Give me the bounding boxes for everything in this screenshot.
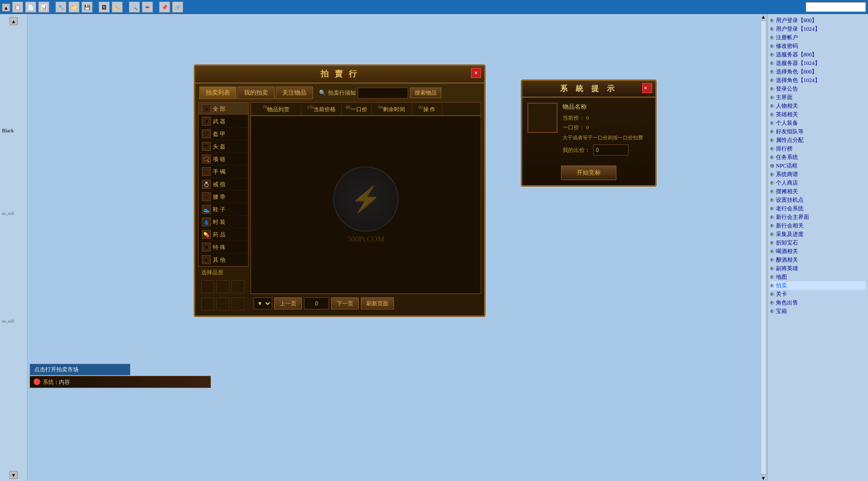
right-item-5[interactable]: ⊕ 选服务器【1024】 [770, 59, 866, 67]
right-item-27[interactable]: ⊕ 喝酒相关 [770, 247, 866, 256]
right-item-20[interactable]: ⊕ 摆摊相关 [770, 187, 866, 196]
right-item-34[interactable]: ⊕ 宝箱 [770, 307, 866, 315]
toolbar-icon-10[interactable]: ✏ [142, 2, 153, 13]
right-item-11[interactable]: ⊕ 英雄相关 [770, 110, 866, 119]
right-item-31[interactable]: ⊕ 拍卖 [770, 281, 866, 290]
open-auction-btn[interactable]: 点击打开拍卖市场 [30, 364, 130, 375]
quality-slot-4[interactable] [201, 297, 214, 310]
toolbar-icon-6[interactable]: 💾 [82, 2, 93, 13]
quality-slot-1[interactable] [201, 280, 214, 293]
quality-slot-6[interactable] [231, 297, 245, 310]
cat-item-9[interactable]: 👗时 装 [199, 216, 248, 228]
tab-auction-list[interactable]: 拍卖列表 [199, 87, 236, 99]
right-item-14[interactable]: ⊕ 属性点分配 [770, 136, 866, 144]
right-item-9[interactable]: ⊕ 主界面 [770, 93, 866, 102]
auction-search-input[interactable] [358, 88, 408, 99]
cat-item-11[interactable]: ★特 殊 [199, 241, 248, 254]
search-icon: 🔍 [319, 90, 326, 96]
quality-slot-3[interactable] [231, 280, 245, 293]
right-item-23[interactable]: ⊕ 新行会主界面 [770, 213, 866, 221]
cat-item-0[interactable]: ⚔全 部 [199, 103, 248, 115]
cat-item-6[interactable]: 💍戒 指 [199, 178, 248, 191]
right-item-8[interactable]: ⊕ 登录公告 [770, 85, 866, 93]
toolbar-icon-3[interactable]: 📊 [38, 2, 49, 13]
right-item-17[interactable]: ⊕ NPC话框 [770, 162, 866, 170]
cat-item-1[interactable]: 🗡武 器 [199, 115, 248, 128]
auction-watermark: ⚡ 500Pi.COM [333, 166, 399, 243]
auction-close-btn[interactable]: × [471, 68, 481, 78]
right-item-18[interactable]: ⊕ 系统商谱 [770, 170, 866, 179]
cat-item-10[interactable]: 💊药 品 [199, 228, 248, 241]
left-scroll-down[interactable]: ▼ [10, 471, 18, 479]
toolbar-icon-5[interactable]: 📁 [68, 2, 80, 13]
tab-my-auction[interactable]: 我的拍卖 [238, 87, 275, 99]
right-item-28[interactable]: ⊕ 酿酒相关 [770, 256, 866, 264]
toolbar-icon-4[interactable]: 🔧 [55, 2, 66, 13]
page-number-input[interactable] [304, 297, 329, 309]
toolbar-icon-7[interactable]: 🖼 [99, 2, 110, 13]
auction-search-btn[interactable]: 搜索物品 [410, 88, 441, 98]
scroll-down-arrow[interactable]: ▼ [761, 475, 766, 481]
right-item-2[interactable]: ⊕ 注册帐户 [770, 33, 866, 42]
right-item-12[interactable]: ⊕ 个人装备 [770, 119, 866, 127]
right-item-3[interactable]: ⊕ 修改密码 [770, 42, 866, 50]
right-item-19[interactable]: ⊕ 个人商店 [770, 179, 866, 187]
tab-follow-items[interactable]: 关注物品 [276, 87, 313, 99]
left-label-3: se_wil [1, 318, 26, 324]
right-item-16[interactable]: ⊕ 任务系统 [770, 153, 866, 162]
scroll-up-arrow[interactable]: ▲ [761, 14, 766, 20]
next-page-btn[interactable]: 下一页 [331, 297, 359, 309]
toolbar-icon-2[interactable]: 📄 [25, 2, 36, 13]
right-item-0[interactable]: ⊕ 用户登录【800】 [770, 16, 866, 25]
toolbar-icon-9[interactable]: 🔍 [129, 2, 140, 13]
search-input[interactable] [806, 2, 866, 12]
right-item-22[interactable]: ⊕ 老行会系统 [770, 204, 866, 213]
cat-item-12[interactable]: ●其 他 [199, 254, 248, 266]
right-item-4[interactable]: ⊕ 选服务器【800】 [770, 50, 866, 59]
my-bid-input[interactable] [593, 144, 628, 155]
cat-item-7[interactable]: ~腰 带 [199, 191, 248, 203]
toolbar-icon-1[interactable]: 📋 [12, 2, 23, 13]
sys-prefix: 系统 [43, 378, 54, 386]
quality-slot-5[interactable] [216, 297, 229, 310]
cat-item-3[interactable]: ⛑头 盔 [199, 140, 248, 153]
right-item-15[interactable]: ⊕ 排行榜 [770, 144, 866, 153]
right-item-30[interactable]: ⊕ 地图 [770, 273, 866, 281]
my-bid-row: 我的出价： [563, 144, 650, 155]
refresh-btn[interactable]: 刷新页面 [361, 297, 394, 309]
cat-icon-3: ⛑ [202, 142, 211, 151]
start-bid-btn[interactable]: 开始竞标 [561, 166, 616, 180]
right-item-33[interactable]: ⊕ 角色出售 [770, 298, 866, 307]
right-item-29[interactable]: ⊕ 副将英雄 [770, 264, 866, 273]
right-item-26[interactable]: ⊕ 折卸宝石 [770, 238, 866, 247]
right-item-25[interactable]: ⊕ 采集及进度 [770, 230, 866, 238]
cat-item-5[interactable]: ○手 镯 [199, 166, 248, 178]
toolbar-icon-11[interactable]: 📌 [159, 2, 170, 13]
prev-page-btn[interactable]: 上一页 [274, 297, 302, 309]
quality-slot-2[interactable] [216, 280, 229, 293]
toolbar-icon-8[interactable]: 📐 [112, 2, 123, 13]
right-item-21[interactable]: ⊕ 设置挂机点 [770, 196, 866, 204]
right-item-24[interactable]: ⊕ 新行会相关 [770, 221, 866, 230]
auction-body: ⚔全 部🗡武 器🛡盔 甲⛑头 盔📿项 链○手 镯💍戒 指~腰 带👟鞋 子👗时 装… [195, 99, 484, 315]
right-item-10[interactable]: ⊕ 人物相关 [770, 102, 866, 110]
right-item-7[interactable]: ⊕ 选择角色【1024】 [770, 76, 866, 85]
cat-item-8[interactable]: 👟鞋 子 [199, 203, 248, 216]
left-scroll-up[interactable]: ▲ [10, 17, 18, 25]
scroll-track[interactable] [760, 21, 766, 474]
toolbar-icon-12[interactable]: 🔗 [172, 2, 183, 13]
right-item-6[interactable]: ⊕ 选择角色【800】 [770, 67, 866, 76]
cat-item-2[interactable]: 🛡盔 甲 [199, 128, 248, 140]
right-item-1[interactable]: ⊕ 用户登录【1024】 [770, 25, 866, 33]
system-close-btn[interactable]: × [642, 83, 652, 93]
right-item-13[interactable]: ⊕ 好友组队等 [770, 127, 866, 136]
cat-label-8: 鞋 子 [213, 206, 225, 213]
sys-content: 内容 [59, 378, 70, 386]
cat-label-5: 手 镯 [213, 168, 225, 176]
right-scrollbar[interactable]: ▲ ▼ [759, 14, 767, 481]
right-item-32[interactable]: ⊕ 关卡 [770, 290, 866, 298]
page-size-select[interactable]: ▼ [254, 297, 272, 309]
scroll-up-btn[interactable]: ▲ [2, 4, 10, 12]
cat-label-0: 全 部 [213, 105, 225, 113]
cat-item-4[interactable]: 📿项 链 [199, 153, 248, 166]
